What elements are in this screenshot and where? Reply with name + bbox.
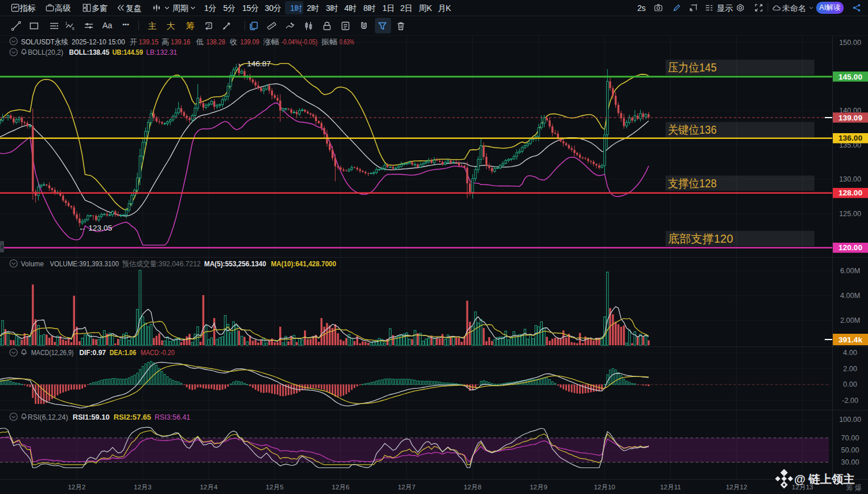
svg-text:12月4: 12月4 (200, 484, 217, 491)
svg-text:125.00: 125.00 (839, 210, 861, 218)
svg-text:12月6: 12月6 (332, 484, 350, 491)
svg-text:0.63%: 0.63% (340, 37, 355, 46)
svg-text:12月11: 12月11 (660, 484, 681, 491)
svg-text:6.00M: 6.00M (840, 267, 861, 275)
svg-text:12月7: 12月7 (398, 484, 416, 491)
svg-text:2.00M: 2.00M (840, 316, 861, 325)
svg-text:DIF:0.97: DIF:0.97 (79, 348, 106, 357)
svg-text:收: 收 (230, 37, 237, 46)
svg-text:Volume: Volume (21, 259, 44, 268)
svg-text:预估成交量:392,046.7212: 预估成交量:392,046.7212 (122, 259, 201, 268)
svg-text:VOLUME:391,393.3100: VOLUME:391,393.3100 (50, 259, 119, 268)
svg-text:BOLL:138.45: BOLL:138.45 (69, 48, 110, 56)
svg-text:6: 6 (72, 27, 74, 31)
svg-text:支撑位128: 支撑位128 (668, 177, 717, 190)
svg-text:30.00: 30.00 (841, 458, 859, 466)
svg-text:UB:144.59: UB:144.59 (112, 48, 143, 56)
svg-text:开: 开 (130, 37, 137, 46)
svg-text:12月8: 12月8 (464, 484, 482, 491)
svg-text:138.28: 138.28 (206, 37, 225, 46)
svg-text:BOLL(20,2): BOLL(20,2) (28, 48, 63, 56)
svg-text:低: 低 (196, 37, 204, 46)
svg-text:MACD:-0.20: MACD:-0.20 (141, 348, 175, 357)
svg-text:-0.04%(-0.05): -0.04%(-0.05) (281, 37, 318, 46)
svg-text:RSI(6,12,24): RSI(6,12,24) (28, 413, 68, 421)
svg-text:2025-12-10 15:00: 2025-12-10 15:00 (72, 37, 125, 46)
svg-text:12月12: 12月12 (726, 484, 747, 491)
svg-text:2.00: 2.00 (843, 365, 857, 373)
svg-text:145.00: 145.00 (839, 73, 862, 81)
svg-text:12月3: 12月3 (134, 484, 152, 491)
svg-text:130.00: 130.00 (839, 175, 861, 183)
svg-text:压力位145: 压力位145 (668, 61, 717, 74)
svg-text:底部支撑120: 底部支撑120 (668, 232, 733, 245)
svg-text:MA(10):641,428.7000: MA(10):641,428.7000 (271, 259, 336, 268)
svg-text:MA(5):553,256.1340: MA(5):553,256.1340 (204, 259, 266, 268)
svg-text:139.09: 139.09 (241, 37, 260, 46)
svg-text:DEA:1.06: DEA:1.06 (110, 348, 136, 357)
svg-text:4.00M: 4.00M (840, 292, 861, 300)
svg-text:12月2: 12月2 (68, 484, 86, 491)
svg-text:LB:132.31: LB:132.31 (146, 48, 178, 56)
svg-text:← 123.05: ← 123.05 (78, 224, 112, 232)
svg-text:139.09: 139.09 (839, 114, 862, 122)
svg-text:391.4k: 391.4k (839, 335, 863, 344)
svg-text:0.00: 0.00 (843, 380, 857, 389)
svg-text:1: 1 (65, 21, 67, 25)
svg-text:120.00: 120.00 (839, 243, 862, 252)
svg-text:RSI3:56.41: RSI3:56.41 (155, 413, 190, 421)
svg-text:2: 2 (208, 23, 210, 28)
svg-text:MACD(12,26,9): MACD(12,26,9) (31, 348, 74, 357)
svg-text:70.00: 70.00 (841, 434, 859, 442)
svg-text:12月10: 12月10 (594, 484, 615, 491)
svg-text:4.00: 4.00 (843, 349, 857, 357)
svg-text:RSI2:57.65: RSI2:57.65 (114, 413, 151, 421)
svg-text:涨幅: 涨幅 (263, 37, 280, 46)
svg-text:← 146.87: ← 146.87 (237, 59, 271, 68)
svg-text:100.00: 100.00 (839, 416, 861, 424)
svg-text:50.00: 50.00 (841, 446, 859, 454)
svg-text:139.16: 139.16 (171, 37, 190, 46)
svg-text:136.00: 136.00 (839, 134, 862, 142)
svg-text:12月5: 12月5 (266, 484, 284, 491)
svg-text:139.15: 139.15 (139, 37, 159, 46)
svg-text:150.00: 150.00 (839, 39, 861, 47)
svg-text:关键位136: 关键位136 (668, 123, 717, 136)
svg-text:@ 链上领主: @ 链上领主 (794, 473, 855, 485)
svg-text:振幅: 振幅 (321, 37, 338, 46)
svg-text:128.00: 128.00 (839, 188, 862, 197)
svg-text:高: 高 (161, 37, 169, 46)
svg-text:RSI1:59.10: RSI1:59.10 (73, 413, 110, 421)
svg-text:SOL/USDT永续: SOL/USDT永续 (21, 37, 69, 46)
svg-text:12月9: 12月9 (529, 484, 547, 491)
svg-text:-2.00: -2.00 (842, 397, 859, 405)
